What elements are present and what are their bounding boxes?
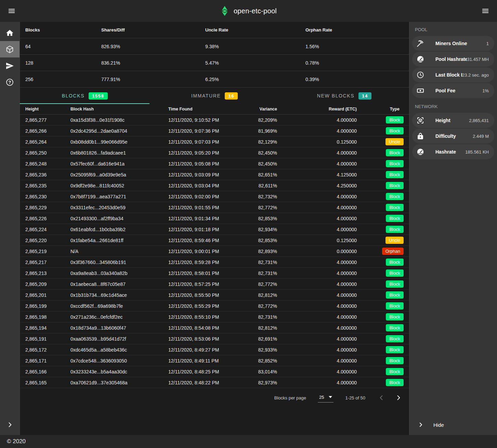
sidebar-item-payments[interactable] [0,57,19,74]
luck-cell-1: 836.21% [101,60,205,66]
block-hash: 0xa9a8eab3...03a340a82b [70,271,168,276]
block-height: 2,865,266 [25,128,70,134]
network-stat-difficulty: Difficulty2.449 M [412,129,494,144]
block-time-found: 12/11/2020, 9:05:08 PM [168,161,256,167]
table-row: 2,865,2640xb08dd0b1...99e066d95e12/11/20… [20,136,409,147]
block-time-found: 12/11/2020, 8:55:10 PM [168,314,256,320]
block-reward: 0.125000 [277,238,357,243]
block-hash: 0x1fabe54a...2661de81ff [70,238,168,243]
block-time-found: 12/11/2020, 8:54:08 PM [168,325,256,331]
block-reward: 4.000000 [277,281,357,287]
table-row: 2,865,2360x25095f69...a0d39e9e5a12/11/20… [20,169,409,180]
hide-sidebar-button[interactable]: Hide [409,417,497,433]
block-reward: 4.000000 [277,216,357,221]
chevron-right-icon [418,422,424,428]
tab-immature[interactable]: IMMATURE16 [149,88,279,104]
luck-cell-2: 6.25% [205,77,305,82]
sidebar-item-blocks[interactable] [0,41,19,57]
block-hash: 0x2dc4295d...2dae0a8704 [70,128,168,134]
stat-value: 2,865,431 [469,118,489,123]
luck-cell-3: 0.39% [305,77,404,82]
luck-cell-0: 256 [25,77,101,82]
block-hash: 0x7cdce548...3636093050 [70,358,168,364]
tab-count-badge: 16 [225,92,238,100]
block-variance: 82,731% [256,314,277,320]
table-row: 2,865,2130xa9a8eab3...03a340a82b12/11/20… [20,268,409,279]
block-type-badge: Block [386,204,404,211]
block-type-badge: Block [386,215,404,222]
sidebar-item-home[interactable] [0,25,19,41]
home-icon [5,29,14,37]
page-size-select[interactable]: 25 [318,393,333,403]
block-type-badge: Block [386,324,404,331]
tab-new-blocks[interactable]: NEW BLOCKS14 [279,88,409,104]
stat-value: 1 [486,41,489,46]
block-type-badge: Uncle [385,138,404,145]
table-row: 2,865,1650xa70621d9...37e305468a12/11/20… [20,377,409,388]
table-row: 2,865,219N/A12/11/2020, 9:00:01 PM82,893… [20,246,409,257]
block-time-found: 12/11/2020, 9:07:36 PM [168,128,256,134]
caret-down-icon [329,396,332,398]
block-variance: 82,450% [256,150,277,156]
blocks-col-header-5: Type [357,107,404,111]
sidebar-item-help[interactable]: ? [0,74,19,90]
block-hash: 0x3311efec...20453d0e59 [70,205,168,210]
block-reward: 4.000000 [277,369,357,374]
stat-label: Last Block Fo… [435,72,462,78]
luck-col-header-3: Orphan Rate [305,27,404,32]
page-size-label: Blocks per page [274,395,306,400]
chevron-right-icon[interactable] [394,393,403,402]
table-row: 2,865,1940x18d734a9...13b6060f4712/11/20… [20,322,409,333]
menu-icon-right[interactable] [480,5,491,16]
block-type-badge: Block [386,335,404,342]
luck-cell-3: 1.56% [305,44,404,49]
menu-icon-left[interactable] [6,5,17,16]
page-range-label: 1-25 of 50 [345,395,365,400]
luck-table-row: 64826.93%9.38%1.56% [20,38,409,55]
block-type-badge: Block [386,302,404,309]
block-hash: 0xaa063539...b95d41d72f [70,336,168,342]
block-type-badge: Block [386,149,404,156]
sidebar-expand-button[interactable] [0,417,19,433]
chevron-left-icon[interactable] [377,393,386,402]
help-icon: ? [5,78,14,87]
lock-icon [416,132,424,140]
blocks-col-header-2: Time Found [168,107,256,111]
block-type-badge: Block [386,182,404,189]
block-type-badge: Block [386,280,404,288]
block-reward: 4.000000 [277,303,357,309]
block-type-badge: Block [386,368,404,375]
block-time-found: 12/11/2020, 8:58:01 PM [168,271,256,276]
tabs-bar: BLOCKS1558IMMATURE16NEW BLOCKS14 [20,88,409,104]
block-time-found: 12/11/2020, 9:05:20 PM [168,150,256,156]
block-height: 2,865,191 [25,336,70,342]
block-height: 2,865,171 [25,358,70,364]
pool-stat-last-block-fo: Last Block Fo…23.2 sec. ago [412,67,494,82]
table-row: 2,865,1660x3233243e...b5a4aa30dc12/11/20… [20,366,409,377]
tab-label: IMMATURE [191,93,221,98]
block-height: 2,865,166 [25,369,70,374]
table-row: 2,865,1910xaa063539...b95d41d72f12/11/20… [20,333,409,344]
block-variance: 82,651% [256,172,277,177]
block-type-badge: Block [386,259,404,266]
block-reward: 4.000000 [277,347,357,353]
block-hash: 0x1b31b734...69c1d45ace [70,292,168,298]
tab-blocks[interactable]: BLOCKS1558 [20,88,149,104]
stat-label: Pool Fee [435,88,482,93]
block-reward: 4.000000 [277,325,357,331]
block-height: 2,865,264 [25,139,70,145]
right-sidebar: POOL Miners Online1Pool Hashrate31.457 M… [409,22,497,435]
block-height: 2,865,224 [25,227,70,232]
block-variance: 82,772% [256,281,277,287]
block-time-found: 12/11/2020, 9:10:52 PM [168,117,256,123]
block-time-found: 12/11/2020, 9:03:09 PM [168,172,256,177]
block-reward: 4.000000 [277,128,357,134]
pool-stat-pool-fee: Pool Fee1% [412,83,494,98]
table-row: 2,865,2300x7b8f7199...aea377a27112/11/20… [20,191,409,202]
etc-logo-icon [220,6,229,16]
blocks-col-header-0: Height [25,107,70,111]
block-hash: 0x21493300...af2ff9ba34 [70,216,168,221]
block-hash: 0x7b8f7199...aea377a271 [70,194,168,199]
block-hash: 0x3233243e...b5a4aa30dc [70,369,168,374]
block-height: 2,865,219 [25,249,70,254]
